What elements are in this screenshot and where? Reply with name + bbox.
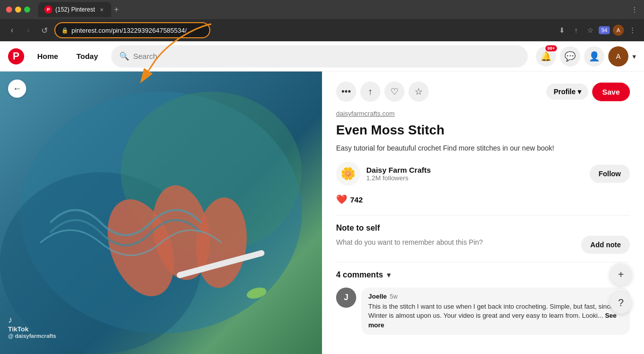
heart-filled-icon: ❤️ xyxy=(336,194,347,205)
traffic-lights xyxy=(6,7,30,13)
pin-image-section: ♪ TikTok @ daisyfarmcrafts xyxy=(0,72,322,354)
profile-dropdown[interactable]: Profile ▾ xyxy=(546,84,588,100)
pinterest-header: P Home Today 🔍 🔔 99+ 💬 👤 A ▾ xyxy=(0,41,644,72)
share-toolbar-icon[interactable]: ↑ xyxy=(571,26,582,34)
note-section: Note to self What do you want to remembe… xyxy=(336,224,630,254)
comment-avatar: J xyxy=(336,288,356,308)
profile-dropdown-label: Profile xyxy=(553,88,576,96)
comments-label: 4 comments xyxy=(336,270,383,279)
menu-icon[interactable]: ⋮ xyxy=(627,26,638,34)
main-content: ← xyxy=(0,72,644,354)
comments-section: 4 comments ▾ J Joelle 5w This is the xyxy=(336,270,630,335)
header-right: 🔔 99+ 💬 👤 A ▾ xyxy=(536,46,636,66)
divider-2 xyxy=(336,262,630,262)
notification-badge: 99+ xyxy=(545,45,557,51)
url-text: pinterest.com/pin/13229392647585534/ xyxy=(71,27,203,34)
comments-chevron-icon: ▾ xyxy=(387,271,390,279)
comment-header: Joelle 5w xyxy=(368,293,623,300)
tiktok-watermark: ♪ TikTok @ daisyfarmcrafts xyxy=(8,315,56,339)
note-label: Note to self xyxy=(336,224,630,233)
tab-bar: P (152) Pinterest ✕ + xyxy=(38,2,627,17)
extensions-toolbar-icon[interactable]: 94 xyxy=(599,26,610,34)
comment-time: 5w xyxy=(390,293,397,300)
minimize-window-button[interactable] xyxy=(15,7,21,13)
notifications-button[interactable]: 🔔 99+ xyxy=(536,46,556,66)
pin-actions-row: ••• ↑ ♡ ☆ Profile ▾ Save xyxy=(336,82,630,102)
extensions-icon[interactable]: ⋮ xyxy=(631,6,638,14)
page-back-button[interactable]: ← xyxy=(8,80,26,98)
tiktok-logo-icon: ♪ xyxy=(8,315,56,325)
comments-header[interactable]: 4 comments ▾ xyxy=(336,270,630,279)
creator-info: Daisy Farm Crafts 1.2M followers xyxy=(366,166,584,182)
download-icon[interactable]: ⬇ xyxy=(556,26,568,34)
search-bar[interactable]: 🔍 xyxy=(111,45,528,67)
share-icon: ↑ xyxy=(368,87,373,97)
browser-titlebar: P (152) Pinterest ✕ + ⋮ xyxy=(0,0,644,19)
more-options-button[interactable]: ••• xyxy=(336,82,356,102)
source-link[interactable]: daisyfarmcrafts.com xyxy=(336,110,630,117)
active-tab[interactable]: P (152) Pinterest ✕ xyxy=(38,2,111,17)
bookmark-icon[interactable]: ☆ xyxy=(585,26,596,34)
reload-button[interactable]: ↺ xyxy=(38,26,50,35)
pin-title: Even Moss Stitch xyxy=(336,122,630,138)
profile-chevron-icon[interactable]: ▾ xyxy=(632,52,636,60)
back-arrow-icon: ← xyxy=(13,84,22,94)
bookmark-pin-button[interactable]: ☆ xyxy=(409,82,429,102)
likes-count: 742 xyxy=(350,195,363,204)
search-icon: 🔍 xyxy=(119,51,129,61)
back-navigation-button[interactable]: ‹ xyxy=(6,26,18,35)
forward-navigation-button[interactable]: › xyxy=(22,26,34,35)
browser-chrome: P (152) Pinterest ✕ + ⋮ ‹ › ↺ 🔒 pinteres… xyxy=(0,0,644,41)
save-button[interactable]: Save xyxy=(592,83,630,101)
dropdown-chevron-icon: ▾ xyxy=(578,88,581,96)
creator-row: 🌼 Daisy Farm Crafts 1.2M followers Follo… xyxy=(336,162,630,186)
pin-details-section: ••• ↑ ♡ ☆ Profile ▾ Save daisyf xyxy=(322,72,644,354)
pin-description: Easy tutorial for beautuful crochet Find… xyxy=(336,143,630,154)
comment-author[interactable]: Joelle xyxy=(368,293,387,300)
plus-icon: + xyxy=(618,269,624,280)
maximize-window-button[interactable] xyxy=(24,7,30,13)
browser-toolbar-right: ⋮ xyxy=(631,6,638,14)
star-icon: ☆ xyxy=(415,86,423,97)
messages-button[interactable]: 💬 xyxy=(560,46,580,66)
note-prompt: What do you want to remember about this … xyxy=(336,238,483,246)
comment-text: This is the stitch I want to use when I … xyxy=(368,302,623,330)
creator-followers: 1.2M followers xyxy=(366,174,584,182)
pinterest-logo[interactable]: P xyxy=(8,48,24,64)
comment-item: J Joelle 5w This is the stitch I want to… xyxy=(336,288,630,335)
tab-title: (152) Pinterest xyxy=(55,6,95,13)
fab-container: + ? xyxy=(610,263,632,314)
pin-image: ♪ TikTok @ daisyfarmcrafts xyxy=(0,72,322,354)
heart-outline-icon: ♡ xyxy=(390,86,398,97)
comment-body: Joelle 5w This is the stitch I want to u… xyxy=(361,288,630,335)
new-tab-button[interactable]: + xyxy=(114,5,119,14)
like-button[interactable]: ♡ xyxy=(384,82,405,102)
search-input[interactable] xyxy=(133,52,520,60)
fab-help-button[interactable]: ? xyxy=(610,292,632,314)
browser-address-bar: ‹ › ↺ 🔒 pinterest.com/pin/13229392647585… xyxy=(0,19,644,41)
pinterest-app: P Home Today 🔍 🔔 99+ 💬 👤 A ▾ ← xyxy=(0,41,644,354)
add-note-button[interactable]: Add note xyxy=(581,236,630,254)
share-button[interactable]: ↑ xyxy=(360,82,380,102)
profile-toolbar-icon[interactable]: A xyxy=(613,25,624,36)
fab-plus-button[interactable]: + xyxy=(610,263,632,286)
tab-favicon: P xyxy=(44,6,52,14)
tiktok-handle: @ daisyfarmcrafts xyxy=(8,333,56,339)
creator-name: Daisy Farm Crafts xyxy=(366,166,584,174)
address-bar[interactable]: 🔒 pinterest.com/pin/13229392647585534/ xyxy=(54,22,210,38)
likes-row: ❤️ 742 xyxy=(336,194,630,205)
lock-icon: 🔒 xyxy=(61,27,68,34)
question-icon: ? xyxy=(618,297,623,309)
toolbar-actions: ⬇ ↑ ☆ 94 A ⋮ xyxy=(556,25,638,36)
following-button[interactable]: 👤 xyxy=(584,46,604,66)
divider-1 xyxy=(336,215,630,216)
close-window-button[interactable] xyxy=(6,7,12,13)
nav-today[interactable]: Today xyxy=(71,49,103,63)
user-avatar[interactable]: A xyxy=(608,46,628,66)
tab-close-button[interactable]: ✕ xyxy=(98,6,105,13)
nav-home[interactable]: Home xyxy=(32,49,63,63)
creator-avatar[interactable]: 🌼 xyxy=(336,162,360,186)
follow-button[interactable]: Follow xyxy=(590,165,630,183)
tiktok-brand: TikTok xyxy=(8,325,29,333)
crochet-svg xyxy=(0,72,322,353)
